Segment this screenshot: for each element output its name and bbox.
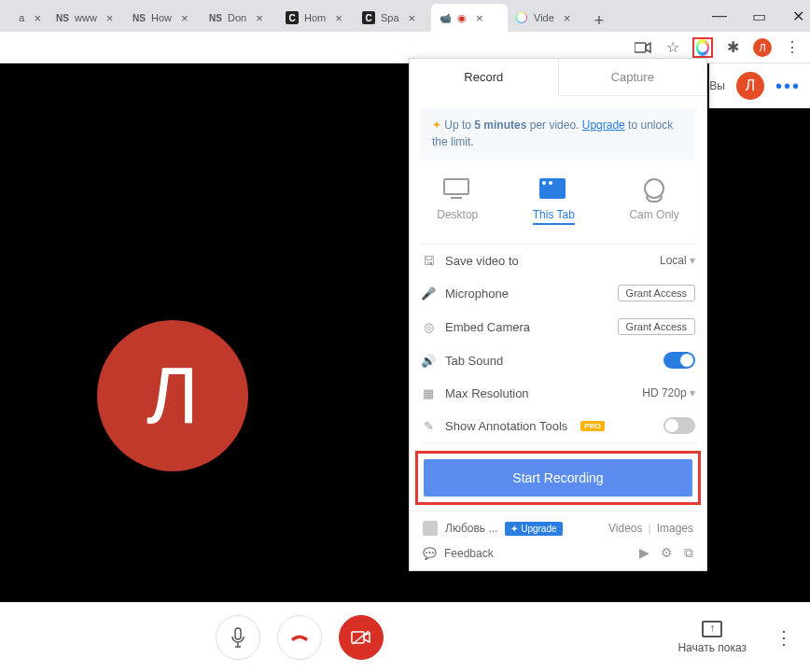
tab-record[interactable]: Record bbox=[410, 59, 559, 96]
star-icon[interactable]: ☆ bbox=[663, 37, 683, 58]
hangup-icon bbox=[288, 626, 311, 649]
you-label: Вы bbox=[709, 79, 725, 92]
monitor-icon bbox=[443, 178, 471, 201]
browser-tab[interactable]: NSwww× bbox=[49, 4, 125, 32]
tab-icon bbox=[539, 178, 567, 201]
sound-icon: 🔊 bbox=[421, 353, 436, 368]
profile-button[interactable]: Л bbox=[752, 37, 773, 58]
feedback-icon: 💬 bbox=[423, 547, 437, 560]
present-button[interactable]: Начать показ bbox=[677, 621, 747, 654]
new-tab-button[interactable]: + bbox=[588, 9, 610, 32]
pro-badge: PRO bbox=[580, 421, 604, 431]
tab-favicon: NS bbox=[56, 11, 69, 24]
tab-favicon: C bbox=[286, 11, 299, 24]
tab-label: Spa bbox=[381, 12, 399, 23]
browser-tab[interactable]: CSpa× bbox=[355, 4, 431, 32]
mic-toggle-button[interactable] bbox=[216, 615, 260, 660]
video-library-icon[interactable]: ▶ bbox=[639, 545, 649, 561]
save-icon: 🖫 bbox=[421, 253, 436, 268]
hd-icon: ▦ bbox=[421, 385, 436, 400]
present-icon bbox=[702, 621, 722, 637]
camera-toggle-button[interactable] bbox=[339, 615, 384, 660]
browser-tab[interactable]: NSDon× bbox=[202, 4, 278, 32]
minimize-button[interactable]: — bbox=[711, 7, 728, 24]
window-controls: — ▭ ✕ bbox=[711, 0, 806, 32]
svg-rect-1 bbox=[235, 628, 241, 639]
tab-favicon: NS bbox=[209, 11, 222, 24]
limit-notice: ✦ Up to 5 minutes per video. Upgrade to … bbox=[421, 107, 695, 160]
browser-tab[interactable]: Vide× bbox=[508, 4, 584, 32]
setting-tab-sound: 🔊Tab Sound bbox=[421, 343, 695, 377]
tab-favicon bbox=[515, 11, 528, 24]
grant-camera-button[interactable]: Grant Access bbox=[618, 318, 695, 335]
webcam-icon bbox=[640, 178, 668, 201]
grant-mic-button[interactable]: Grant Access bbox=[618, 285, 695, 301]
close-window-button[interactable]: ✕ bbox=[789, 7, 806, 24]
annotation-toggle[interactable] bbox=[663, 417, 695, 434]
participant-avatar: Л bbox=[97, 320, 248, 471]
extensions-icon[interactable]: ✱ bbox=[722, 37, 743, 58]
tab-sound-toggle[interactable] bbox=[663, 352, 695, 369]
meet-topbar: Вы Л ••• bbox=[709, 63, 810, 108]
maximize-button[interactable]: ▭ bbox=[750, 7, 767, 24]
mode-this-tab[interactable]: This Tab bbox=[533, 178, 575, 232]
browser-tab[interactable]: CHom× bbox=[278, 4, 355, 32]
upgrade-button[interactable]: ✦ Upgrade bbox=[505, 522, 562, 536]
resolution-dropdown[interactable]: HD 720p bbox=[642, 386, 695, 399]
tab-label: a bbox=[19, 12, 24, 23]
svg-rect-0 bbox=[635, 43, 646, 52]
svg-rect-2 bbox=[352, 632, 364, 643]
images-link[interactable]: Images bbox=[657, 522, 693, 535]
record-indicator-icon: ◉ bbox=[457, 12, 467, 24]
feedback-link[interactable]: Feedback bbox=[444, 547, 494, 560]
start-recording-button[interactable]: Start Recording bbox=[424, 459, 692, 497]
tab-label: Vide bbox=[534, 12, 554, 23]
tab-label: Don bbox=[228, 12, 246, 23]
popout-icon[interactable]: ⧉ bbox=[684, 545, 693, 561]
camera-icon[interactable] bbox=[633, 37, 653, 58]
setting-microphone: 🎤Microphone Grant Access bbox=[421, 276, 695, 310]
tab-favicon bbox=[9, 11, 13, 24]
close-icon[interactable]: × bbox=[256, 11, 263, 25]
close-icon[interactable]: × bbox=[564, 11, 571, 25]
setting-embed-camera: ◎Embed Camera Grant Access bbox=[421, 310, 695, 343]
start-highlight: Start Recording bbox=[415, 451, 701, 505]
extension-popup: Record Capture ✦ Up to 5 minutes per vid… bbox=[409, 58, 707, 571]
setting-resolution: ▦Max Resolution HD 720p bbox=[421, 377, 695, 409]
camera-icon: ◎ bbox=[421, 319, 436, 334]
browser-tab[interactable]: NSHow× bbox=[125, 4, 202, 32]
upgrade-link[interactable]: Upgrade bbox=[582, 119, 625, 132]
tab-label: Hom bbox=[304, 12, 326, 23]
pen-icon: ✎ bbox=[421, 418, 436, 433]
svg-line-3 bbox=[353, 631, 369, 644]
close-icon[interactable]: × bbox=[335, 11, 342, 25]
browser-menu-button[interactable]: ⋮ bbox=[782, 37, 803, 58]
settings-gear-icon[interactable]: ⚙ bbox=[661, 545, 673, 561]
browser-tab[interactable]: a× bbox=[2, 4, 49, 32]
tab-capture[interactable]: Capture bbox=[559, 59, 707, 96]
videos-link[interactable]: Videos bbox=[608, 522, 642, 535]
setting-save-video: 🖫Save video to Local bbox=[421, 245, 695, 276]
meet-avatar[interactable]: Л bbox=[736, 72, 764, 100]
close-icon[interactable]: × bbox=[409, 11, 416, 25]
mode-cam-only[interactable]: Cam Only bbox=[629, 178, 678, 232]
close-icon[interactable]: × bbox=[476, 11, 483, 25]
meet-more-button[interactable]: ••• bbox=[775, 76, 801, 97]
user-icon bbox=[423, 521, 438, 536]
mic-icon bbox=[230, 627, 246, 648]
hangup-button[interactable] bbox=[277, 615, 322, 660]
mic-icon: 🎤 bbox=[421, 286, 436, 301]
close-icon[interactable]: × bbox=[181, 11, 189, 25]
tab-favicon: NS bbox=[133, 11, 146, 24]
meet-more-options[interactable]: ⋮ bbox=[775, 626, 793, 649]
mode-desktop[interactable]: Desktop bbox=[437, 178, 478, 232]
screencast-extension-button[interactable] bbox=[692, 37, 713, 58]
close-icon[interactable]: × bbox=[34, 11, 41, 25]
close-icon[interactable]: × bbox=[106, 11, 114, 25]
tab-label: How bbox=[151, 12, 172, 23]
browser-tabstrip: a× NSwww× NSHow× NSDon× CHom× CSpa× 📹◉× … bbox=[0, 0, 810, 32]
browser-tab-active[interactable]: 📹◉× bbox=[431, 4, 508, 32]
setting-annotation: ✎Show Annotation ToolsPRO bbox=[421, 409, 695, 442]
camera-off-icon bbox=[351, 630, 371, 645]
save-location-dropdown[interactable]: Local bbox=[660, 254, 695, 267]
